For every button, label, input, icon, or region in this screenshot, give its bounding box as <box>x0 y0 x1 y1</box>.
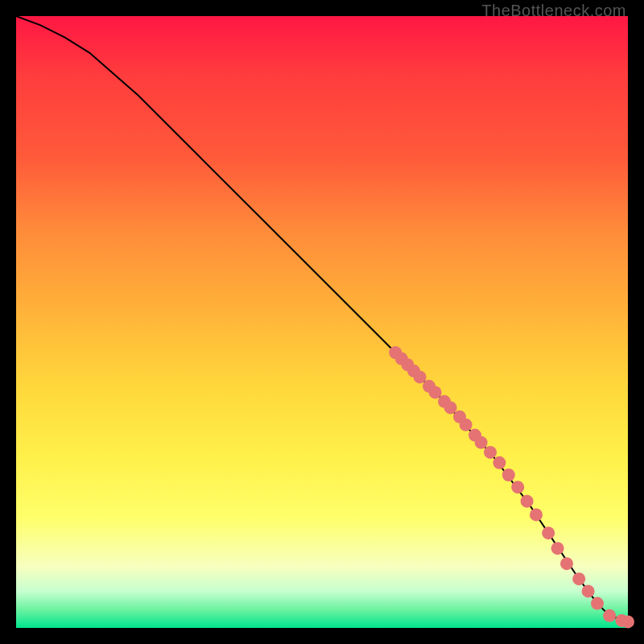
data-point <box>603 609 616 622</box>
data-point <box>582 584 595 597</box>
data-point <box>572 572 585 585</box>
data-point <box>560 557 573 570</box>
data-point <box>493 456 506 469</box>
data-point <box>460 419 473 431</box>
data-point <box>591 597 604 610</box>
bottleneck-curve <box>16 16 628 621</box>
chart-stage: TheBottleneck.com <box>0 0 644 644</box>
data-point <box>444 401 457 414</box>
data-point <box>530 508 543 521</box>
data-point <box>542 526 555 539</box>
highlighted-dots-group <box>389 346 634 628</box>
data-point <box>511 481 524 493</box>
data-point <box>551 542 564 555</box>
data-point <box>484 446 497 459</box>
chart-overlay-svg <box>16 16 628 628</box>
data-point <box>502 469 515 481</box>
data-point <box>429 386 442 398</box>
data-point <box>621 615 634 628</box>
data-point <box>521 495 534 508</box>
data-point <box>414 370 427 383</box>
data-point <box>475 436 488 449</box>
